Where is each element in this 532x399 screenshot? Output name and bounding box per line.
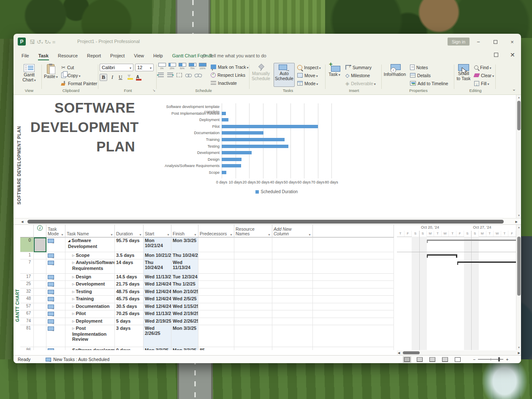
cell-predecessors[interactable] xyxy=(198,318,234,325)
task-usage-view-shortcut[interactable] xyxy=(415,356,424,363)
cell-name[interactable]: ◢Software Development xyxy=(65,237,115,252)
cell-addnew[interactable] xyxy=(272,310,313,318)
inactivate-button[interactable]: Inactivate xyxy=(211,79,249,86)
zoom-in-icon[interactable]: + xyxy=(506,357,508,362)
indent-task-icon[interactable] xyxy=(167,73,173,77)
cell-start[interactable]: Mon 10/21/24 xyxy=(144,237,171,252)
cell-duration[interactable]: 14.5 days xyxy=(115,274,144,281)
cell-info[interactable] xyxy=(34,303,46,310)
row-number[interactable]: 57 xyxy=(20,303,34,310)
undo-icon[interactable]: ↺▾ xyxy=(37,39,43,45)
cell-name[interactable]: ▷Scope xyxy=(65,252,115,259)
cell-finish[interactable]: Thu 10/24/24 xyxy=(171,252,198,259)
cell-info[interactable] xyxy=(34,296,46,303)
gantt-chart-view-button[interactable]: Gantt Chart xyxy=(17,63,41,83)
highlight-color-button[interactable] xyxy=(127,75,132,80)
row-number[interactable]: 7 xyxy=(20,259,34,274)
cell-name[interactable]: ▷Pilot xyxy=(65,310,115,318)
row-number[interactable]: 1 xyxy=(20,252,34,259)
filter-chevron-icon[interactable]: ▼ xyxy=(230,233,233,236)
close-button[interactable]: × xyxy=(506,37,518,46)
expand-arrow-icon[interactable]: ▷ xyxy=(72,283,74,286)
tab-task[interactable]: Task xyxy=(34,50,53,61)
cell-info[interactable] xyxy=(34,259,46,274)
information-button[interactable]: Information xyxy=(383,63,407,87)
cell-info[interactable] xyxy=(34,310,46,318)
insert-deliverable-button[interactable]: Deliverable xyxy=(345,80,376,87)
cell-start[interactable]: Mon 10/21/24 xyxy=(144,252,171,259)
cell-resources[interactable] xyxy=(234,310,272,318)
tab-help[interactable]: Help xyxy=(149,50,168,61)
outdent-task-icon[interactable] xyxy=(158,73,164,77)
percent-50-button[interactable]: 50% xyxy=(178,63,186,70)
row-number[interactable]: 25 xyxy=(20,281,34,288)
cell-finish[interactable]: Tue 12/3/24 xyxy=(171,274,198,281)
column-header-start[interactable]: Start▼ xyxy=(144,225,171,237)
cell-finish[interactable]: Wed 2/26/25 xyxy=(171,318,198,325)
expand-arrow-icon[interactable]: ▷ xyxy=(72,320,74,323)
cell-name[interactable]: ▷Testing xyxy=(65,288,115,296)
underline-button[interactable]: U xyxy=(117,74,124,81)
cell-mode[interactable] xyxy=(46,281,65,288)
insert-milestone-button[interactable]: Milestone xyxy=(345,72,376,79)
cell-duration[interactable]: 45.75 days xyxy=(115,296,144,303)
cell-mode[interactable] xyxy=(46,325,65,347)
bold-button[interactable]: B xyxy=(100,74,107,81)
cell-name[interactable]: ▷Design xyxy=(65,274,115,281)
column-header-info[interactable]: i xyxy=(34,225,46,237)
cell-finish[interactable]: Wed 11/13/24 xyxy=(171,259,198,274)
scrollbar-thumb[interactable] xyxy=(403,351,420,354)
cell-addnew[interactable] xyxy=(272,318,313,325)
cell-addnew[interactable] xyxy=(272,347,313,350)
cell-duration[interactable]: 30.5 days xyxy=(115,303,144,310)
zoom-out-icon[interactable]: − xyxy=(473,357,475,362)
auto-schedule-button[interactable]: AutoSchedule xyxy=(274,63,295,87)
paste-button[interactable]: Paste xyxy=(44,63,58,87)
tab-view[interactable]: View xyxy=(129,50,149,61)
format-painter-button[interactable]: Format Painter xyxy=(61,80,97,87)
cell-info[interactable] xyxy=(34,281,46,288)
cell-start[interactable]: Wed 12/4/24 xyxy=(144,281,171,288)
top-pane-horizontal-scrollbar[interactable]: ◀ ▶ xyxy=(14,218,521,225)
cell-predecessors[interactable] xyxy=(198,310,234,318)
expand-arrow-icon[interactable]: ▷ xyxy=(72,261,74,264)
column-header-addnew[interactable]: Add New Column▼ xyxy=(272,225,313,237)
cell-info[interactable] xyxy=(34,325,46,347)
move-button[interactable]: Move xyxy=(297,72,321,79)
cell-start[interactable]: Wed 2/26/25 xyxy=(144,325,171,347)
cell-finish[interactable]: Wed 1/15/25 xyxy=(171,303,198,310)
cell-info[interactable] xyxy=(34,318,46,325)
filter-chevron-icon[interactable]: ▼ xyxy=(139,233,142,236)
cell-addnew[interactable] xyxy=(272,325,313,347)
cell-info[interactable] xyxy=(34,252,46,259)
expand-arrow-icon[interactable]: ▷ xyxy=(72,297,74,300)
mark-on-track-button[interactable]: Mark on Track xyxy=(211,63,249,70)
cell-resources[interactable] xyxy=(234,296,272,303)
cell-duration[interactable]: 14 days xyxy=(115,259,144,274)
details-button[interactable]: Details xyxy=(410,72,448,79)
expand-arrow-icon[interactable]: ▷ xyxy=(72,275,74,278)
cell-name[interactable]: Software development template complete xyxy=(65,347,115,350)
filter-chevron-icon[interactable]: ▼ xyxy=(61,233,64,236)
scroll-right-icon[interactable]: ▶ xyxy=(516,220,518,224)
save-icon[interactable]: 🖫 xyxy=(30,39,35,45)
cell-mode[interactable] xyxy=(46,237,65,252)
cell-info[interactable] xyxy=(34,288,46,296)
cell-finish[interactable]: Mon 2/10/25 xyxy=(171,288,198,296)
column-header-predecessors[interactable]: Predecessors▼ xyxy=(198,225,234,237)
cell-resources[interactable] xyxy=(234,288,272,296)
scroll-down-icon[interactable]: ▼ xyxy=(516,346,521,349)
expand-arrow-icon[interactable]: ▷ xyxy=(72,312,74,315)
scroll-up-icon[interactable]: ▲ xyxy=(516,96,521,99)
insert-task-button[interactable]: Task xyxy=(327,63,342,87)
cell-duration[interactable]: 70.25 days xyxy=(115,310,144,318)
scroll-left-icon[interactable]: ◀ xyxy=(21,220,23,224)
row-number[interactable]: 17 xyxy=(20,274,34,281)
collapse-arrow-icon[interactable]: ◢ xyxy=(68,239,70,242)
cell-mode[interactable] xyxy=(46,318,65,325)
cell-predecessors[interactable] xyxy=(198,274,234,281)
cell-mode[interactable] xyxy=(46,288,65,296)
row-number[interactable]: 32 xyxy=(20,288,34,296)
scrollbar-thumb[interactable] xyxy=(517,237,521,296)
cell-resources[interactable] xyxy=(234,325,272,347)
